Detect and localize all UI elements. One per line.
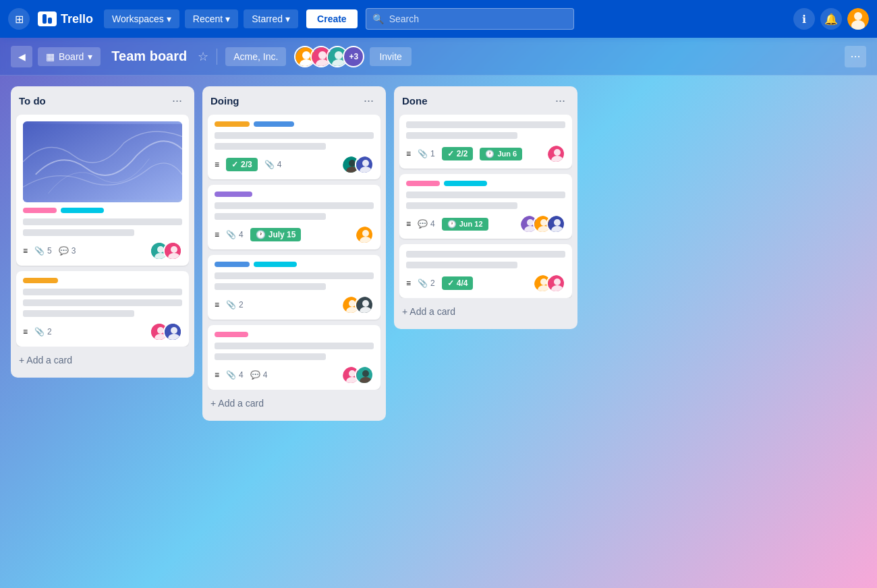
card-tags <box>215 192 374 197</box>
card-avatars <box>533 274 565 293</box>
card-text <box>215 202 374 209</box>
done-card-1[interactable]: ≡ 📎 1 ✓ 2/2 🕐 Jun 6 <box>399 115 572 169</box>
info-icon[interactable]: ℹ <box>793 8 815 30</box>
comment-icon: 💬 <box>418 219 428 229</box>
tag-blue <box>215 262 250 267</box>
chevron-down-icon: ▾ <box>88 51 92 62</box>
done-card-2[interactable]: ≡ 💬 4 🕐 Jun 12 <box>399 174 572 239</box>
card-avatar-3[interactable] <box>546 214 565 233</box>
doing-add-card-button[interactable]: + Add a card <box>208 392 380 414</box>
card-avatar-2[interactable] <box>355 365 374 384</box>
todo-card-1[interactable]: ≡ 📎 5 💬 3 <box>16 115 189 266</box>
board-subheader: ◀ ▦ Board ▾ Team board ☆ Acme, Inc. <box>0 38 877 76</box>
todo-cards: ≡ 📎 5 💬 3 <box>16 115 189 347</box>
tag-pink <box>23 208 57 213</box>
tag-yellow <box>23 278 58 283</box>
card-text <box>23 299 182 306</box>
checklist-badge: ✓ 2/3 <box>226 158 258 171</box>
chevron-down-icon: ▾ <box>167 13 171 24</box>
notification-icon[interactable]: 🔔 <box>820 8 842 30</box>
workspaces-button[interactable]: Workspaces ▾ <box>104 9 179 28</box>
done-menu-button[interactable]: ··· <box>551 93 569 108</box>
card-tags <box>406 181 565 186</box>
clock-icon: 🕐 <box>256 230 266 239</box>
create-button[interactable]: Create <box>306 9 358 28</box>
due-date-badge: 🕐 July 15 <box>250 228 302 241</box>
todo-add-card-button[interactable]: + Add a card <box>16 349 189 371</box>
doing-menu-button[interactable]: ··· <box>360 93 378 108</box>
star-button[interactable]: ☆ <box>198 49 208 64</box>
card-avatar-1[interactable] <box>355 225 374 244</box>
divider <box>217 49 217 65</box>
comment-count: 💬 3 <box>59 246 76 256</box>
member-avatars: +3 <box>294 46 364 67</box>
tag-purple <box>215 192 252 197</box>
card-text <box>215 213 326 220</box>
card-avatar-2[interactable] <box>355 295 374 314</box>
member-avatar-more[interactable]: +3 <box>343 46 364 67</box>
svg-point-4 <box>302 51 310 59</box>
card-avatar-1[interactable] <box>546 144 565 163</box>
card-footer: ≡ 💬 4 🕐 Jun 12 <box>406 214 565 233</box>
svg-point-1 <box>854 12 862 20</box>
checklist-badge: ✓ 4/4 <box>442 276 474 290</box>
workspace-button[interactable]: Acme, Inc. <box>225 47 286 66</box>
card-footer: ≡ ✓ 2/3 📎 4 <box>215 155 374 174</box>
card-text <box>215 353 326 360</box>
svg-point-44 <box>362 370 369 377</box>
description-icon: ≡ <box>215 370 219 380</box>
board-view-button[interactable]: ▦ Board ▾ <box>38 47 101 66</box>
card-text <box>406 121 565 128</box>
starred-button[interactable]: Starred ▾ <box>244 9 298 28</box>
description-icon: ≡ <box>406 278 411 288</box>
card-tags <box>23 208 182 213</box>
more-options-button[interactable]: ··· <box>845 46 866 67</box>
paperclip-icon: 📎 <box>264 160 275 169</box>
card-footer: ≡ 📎 2 <box>215 295 374 314</box>
description-icon: ≡ <box>23 246 28 256</box>
done-cards: ≡ 📎 1 ✓ 2/2 🕐 Jun 6 <box>399 115 572 298</box>
attachment-count: 📎 4 <box>226 370 244 380</box>
todo-column: To do ··· <box>11 86 194 378</box>
tag-blue <box>254 121 294 127</box>
comment-icon: 💬 <box>59 246 69 256</box>
comment-count: 💬 4 <box>250 370 268 380</box>
doing-card-4[interactable]: ≡ 📎 4 💬 4 <box>208 325 380 390</box>
search-input[interactable] <box>366 8 574 30</box>
chevron-down-icon: ▾ <box>285 13 290 24</box>
doing-card-3[interactable]: ≡ 📎 2 <box>208 255 380 320</box>
card-text <box>406 192 565 198</box>
grid-icon[interactable]: ⊞ <box>8 8 30 30</box>
card-avatars <box>546 144 565 163</box>
card-avatar-2[interactable] <box>355 155 374 174</box>
done-card-3[interactable]: ≡ 📎 2 ✓ 4/4 <box>399 244 572 298</box>
card-avatar-2[interactable] <box>163 241 182 260</box>
attachment-count: 📎 2 <box>34 327 52 336</box>
sidebar-toggle-button[interactable]: ◀ <box>11 46 32 67</box>
todo-card-2[interactable]: ≡ 📎 2 <box>16 271 189 347</box>
card-avatar-2[interactable] <box>546 274 565 293</box>
card-text <box>406 251 565 258</box>
card-text <box>406 132 517 139</box>
card-avatar-2[interactable] <box>163 322 182 341</box>
done-add-card-button[interactable]: + Add a card <box>399 301 572 322</box>
description-icon: ≡ <box>215 300 219 310</box>
card-text <box>406 202 517 209</box>
doing-card-2[interactable]: ≡ 📎 4 🕐 July 15 <box>208 185 380 249</box>
card-text <box>23 310 134 317</box>
doing-card-1[interactable]: ≡ ✓ 2/3 📎 4 <box>208 115 380 179</box>
todo-menu-button[interactable]: ··· <box>168 93 186 108</box>
tag-pink <box>406 181 440 186</box>
recent-button[interactable]: Recent ▾ <box>185 9 238 28</box>
attachment-count: 📎 2 <box>226 300 244 310</box>
trello-logo[interactable]: Trello <box>38 11 93 26</box>
invite-button[interactable]: Invite <box>370 47 411 66</box>
card-avatars <box>519 214 565 233</box>
user-avatar[interactable] <box>847 8 869 30</box>
card-avatars <box>150 241 182 260</box>
doing-column: Doing ··· ≡ ✓ 2/3 📎 4 <box>202 86 386 421</box>
card-avatars <box>341 365 374 384</box>
done-column-title: Done <box>402 95 428 107</box>
clock-icon: 🕐 <box>485 150 494 158</box>
card-text <box>406 262 517 268</box>
